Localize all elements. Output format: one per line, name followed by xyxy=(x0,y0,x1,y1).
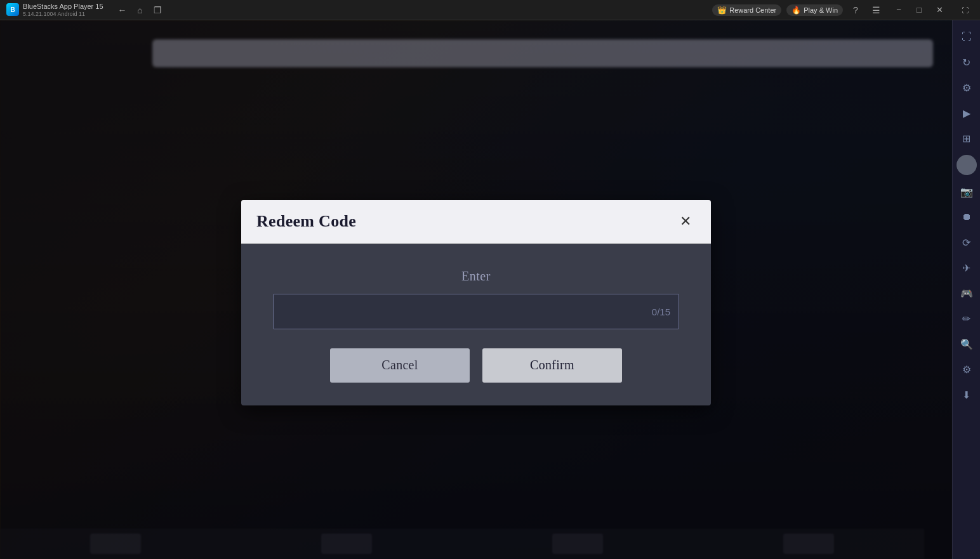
dialog-title: Redeem Code xyxy=(256,212,356,231)
sidebar-camera-icon[interactable]: 📷 xyxy=(955,180,978,203)
sidebar-record-icon[interactable]: ⏺ xyxy=(955,206,978,228)
topbar: B BlueStacks App Player 15 5.14.21.1004 … xyxy=(0,0,980,20)
back-button[interactable]: ← xyxy=(115,3,130,18)
sidebar-expand-icon[interactable]: ⛶ xyxy=(955,25,978,48)
main-content: Redeem Code ✕ Enter 0/15 Cancel Confirm xyxy=(0,20,952,559)
sidebar-brush-icon[interactable]: ✏ xyxy=(955,307,978,330)
confirm-button[interactable]: Confirm xyxy=(482,348,622,383)
app-logo: B BlueStacks App Player 15 5.14.21.1004 … xyxy=(0,3,110,18)
expand-button[interactable]: ⛶ xyxy=(955,0,975,20)
reward-center-badge[interactable]: 👑 Reward Center xyxy=(712,4,781,16)
menu-button[interactable]: ☰ xyxy=(868,3,884,18)
input-wrapper: 0/15 xyxy=(273,294,679,329)
nav-controls: ← ⌂ ❐ xyxy=(110,3,171,18)
sidebar-search-icon[interactable]: 🔍 xyxy=(955,332,978,355)
close-button[interactable]: ✕ xyxy=(929,0,950,20)
sidebar-settings-icon[interactable]: ⚙ xyxy=(955,76,978,99)
sidebar-drone-icon[interactable]: ✈ xyxy=(955,256,978,279)
cancel-button[interactable]: Cancel xyxy=(330,348,470,383)
dialog-close-button[interactable]: ✕ xyxy=(675,211,696,232)
window-controls: − □ ✕ xyxy=(889,0,950,20)
fire-icon: 🔥 xyxy=(791,6,801,15)
sidebar-avatar[interactable] xyxy=(957,155,977,175)
dialog-footer: Cancel Confirm xyxy=(241,348,711,405)
redeem-code-dialog: Redeem Code ✕ Enter 0/15 Cancel Confirm xyxy=(241,200,711,405)
minimize-button[interactable]: − xyxy=(889,0,909,20)
sidebar-download-icon[interactable]: ⬇ xyxy=(955,383,978,406)
copy-button[interactable]: ❐ xyxy=(150,3,166,18)
enter-label: Enter xyxy=(461,269,491,284)
dialog-header: Redeem Code ✕ xyxy=(241,200,711,244)
modal-overlay: Redeem Code ✕ Enter 0/15 Cancel Confirm xyxy=(0,20,952,559)
home-button[interactable]: ⌂ xyxy=(133,3,148,18)
sidebar-gear-icon[interactable]: ⚙ xyxy=(955,358,978,381)
app-name: BlueStacks App Player 15 5.14.21.1004 An… xyxy=(23,3,103,18)
code-input[interactable] xyxy=(273,294,679,329)
sidebar-grid-icon[interactable]: ⊞ xyxy=(955,127,978,150)
crown-icon: 👑 xyxy=(717,6,727,15)
play-win-badge[interactable]: 🔥 Play & Win xyxy=(786,4,843,16)
topbar-right: 👑 Reward Center 🔥 Play & Win ? ☰ − □ ✕ ⛶ xyxy=(707,0,980,20)
maximize-button[interactable]: □ xyxy=(909,0,929,20)
sidebar-rotate-icon[interactable]: ⟳ xyxy=(955,231,978,254)
bluestacks-icon: B xyxy=(6,3,19,16)
help-button[interactable]: ? xyxy=(848,3,863,18)
dialog-body: Enter 0/15 xyxy=(241,244,711,348)
sidebar-refresh-icon[interactable]: ↻ xyxy=(955,51,978,74)
sidebar-gamepad-icon[interactable]: 🎮 xyxy=(955,282,978,305)
sidebar-play-icon[interactable]: ▶ xyxy=(955,102,978,124)
right-sidebar: ⛶ ↻ ⚙ ▶ ⊞ 📷 ⏺ ⟳ ✈ 🎮 ✏ 🔍 ⚙ ⬇ xyxy=(952,20,980,559)
